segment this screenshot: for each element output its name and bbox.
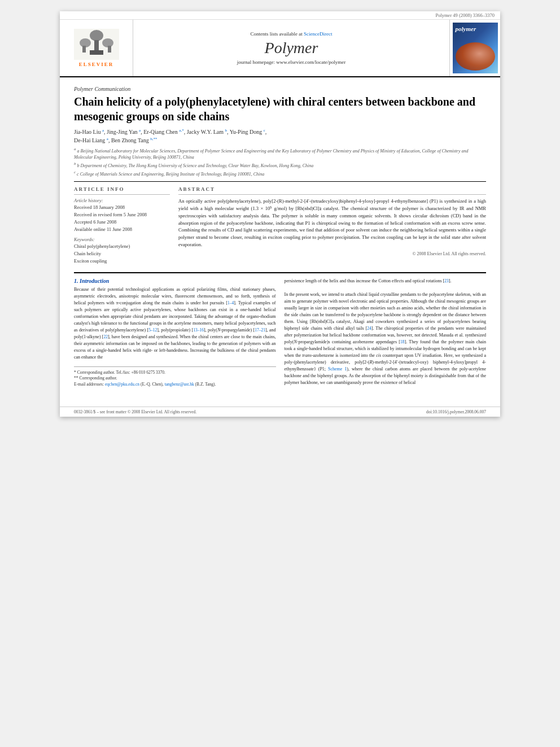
intro-heading: 1. Introduction — [74, 278, 276, 284]
body-col-right: persistence length of the helix and thus… — [285, 278, 487, 390]
journal-badge-area: polymer — [449, 20, 500, 76]
elsevier-label: ELSEVIER — [79, 62, 114, 67]
footnote-2: ** Corresponding author. — [74, 375, 276, 382]
copyright-bottom: 0032-3861/$ – see front matter © 2008 El… — [74, 409, 196, 414]
svg-rect-5 — [82, 46, 86, 53]
affiliations: a a Beijing National Laboratory for Mole… — [74, 147, 486, 177]
email-link-2[interactable]: tangbenz@ust.hk — [165, 382, 194, 387]
revised-date: Received in revised form 5 June 2008 — [74, 212, 170, 219]
elsevier-logo: ELSEVIER — [68, 25, 125, 71]
history-label: Article history: — [74, 198, 170, 203]
page: Polymer 49 (2008) 3366–3370 ELSEVIER — [60, 11, 500, 417]
intro-text-col1: Because of their potential technological… — [74, 286, 276, 361]
journal-title: Polymer — [265, 39, 318, 57]
keyword-1: Chiral poly(phenylacetylene) — [74, 243, 170, 250]
received-date: Received 18 January 2008 — [74, 204, 170, 211]
sciencedirect-label: Contents lists available at — [251, 31, 303, 37]
affiliation-b: b b Department of Chemistry, The Hong Ko… — [74, 161, 486, 169]
polymer-badge: polymer — [453, 23, 498, 73]
email-link-1[interactable]: eqchen@pku.edu.cn — [105, 382, 139, 387]
abstract-panel: ABSTRACT An optically active poly(phenyl… — [178, 186, 486, 265]
online-date: Available online 11 June 2008 — [74, 226, 170, 233]
affiliation-c: c c College of Materials Science and Eng… — [74, 170, 486, 177]
journal-citation: Polymer 49 (2008) 3366–3370 — [435, 12, 495, 18]
svg-point-1 — [90, 30, 103, 41]
article-info-panel: ARTICLE INFO Article history: Received 1… — [74, 186, 170, 265]
body-col-left: 1. Introduction Because of their potenti… — [74, 278, 276, 390]
author-list: Jia-Hao Liu a, Jing-Jing Yan a, Er-Qiang… — [74, 129, 266, 135]
svg-rect-6 — [108, 46, 111, 53]
abstract-title: ABSTRACT — [178, 186, 486, 192]
divider-1 — [74, 181, 486, 182]
article-title: Chain helicity of a poly(phenylacetylene… — [74, 94, 486, 124]
sciencedirect-line: Contents lists available at ScienceDirec… — [251, 31, 333, 37]
email-author-1: (E.-Q. Chen), — [139, 382, 165, 387]
svg-rect-2 — [94, 40, 99, 50]
accepted-date: Accepted 6 June 2008 — [74, 219, 170, 226]
journal-homepage: journal homepage: www.elsevier.com/locat… — [237, 59, 345, 65]
polymer-badge-image — [456, 42, 495, 71]
top-banner: Polymer 49 (2008) 3366–3370 — [60, 11, 500, 20]
svg-rect-7 — [90, 50, 103, 55]
elsevier-tree-icon — [74, 29, 119, 60]
footnote-1: * Corresponding author. Tel./fax: +86 01… — [74, 370, 276, 376]
publisher-logo-area: ELSEVIER — [60, 20, 133, 76]
article-info-title: ARTICLE INFO — [74, 186, 170, 192]
email-author-2: (B.Z. Tang). — [194, 382, 216, 387]
bottom-banner: 0032-3861/$ – see front matter © 2008 El… — [60, 407, 500, 417]
abstract-divider — [178, 194, 486, 195]
keywords-section: Keywords: Chiral poly(phenylacetylene) C… — [74, 237, 170, 265]
keyword-3: Exciton coupling — [74, 258, 170, 265]
keyword-2: Chain helicity — [74, 251, 170, 257]
email-label: E-mail addresses: — [74, 382, 105, 387]
article-type: Polymer Communication — [74, 86, 486, 92]
body-columns: 1. Introduction Because of their potenti… — [74, 278, 486, 390]
footnotes: * Corresponding author. Tel./fax: +86 01… — [74, 366, 276, 388]
info-divider — [74, 194, 170, 195]
copyright: © 2008 Elsevier Ltd. All rights reserved… — [178, 251, 486, 256]
abstract-text: An optically active poly(phenylacetylene… — [178, 198, 486, 248]
keywords-label: Keywords: — [74, 237, 170, 242]
footnote-email: E-mail addresses: eqchen@pku.edu.cn (E.-… — [74, 382, 276, 388]
article-columns: ARTICLE INFO Article history: Received 1… — [74, 186, 486, 265]
doi: doi:10.1016/j.polymer.2008.06.007 — [426, 409, 486, 414]
main-divider — [74, 272, 486, 273]
article-content: Polymer Communication Chain helicity of … — [60, 77, 500, 398]
sciencedirect-link[interactable]: ScienceDirect — [304, 31, 332, 37]
author-list-2: De-Hai Liang a, Ben Zhong Tang b,** — [74, 137, 158, 143]
journal-title-area: Contents lists available at ScienceDirec… — [133, 20, 449, 76]
polymer-badge-title: polymer — [456, 25, 476, 32]
authors: Jia-Hao Liu a, Jing-Jing Yan a, Er-Qiang… — [74, 128, 486, 145]
journal-header: ELSEVIER Contents lists available at Sci… — [60, 20, 500, 77]
affiliation-a: a a Beijing National Laboratory for Mole… — [74, 147, 486, 160]
intro-text-col2: persistence length of the helix and thus… — [285, 278, 487, 386]
